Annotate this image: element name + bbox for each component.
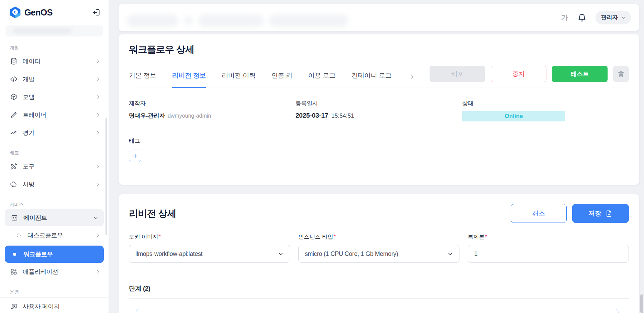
- creator-name: 명대우-관리자: [129, 112, 165, 120]
- tab-container-log[interactable]: 컨테이너 로그: [352, 71, 392, 88]
- step-card[interactable]: [136, 309, 619, 313]
- sidebar-section-dev: 개발: [10, 45, 109, 51]
- chevron-down-icon: [278, 251, 284, 257]
- cancel-button[interactable]: 취소: [511, 204, 567, 223]
- tab-usage-log[interactable]: 이용 로그: [308, 71, 336, 88]
- add-tag-button[interactable]: [129, 150, 141, 162]
- chevron-down-icon: [621, 15, 625, 20]
- creator-block: 제작자 명대우-관리자 dwmyoung-admin: [129, 100, 296, 121]
- chevron-right-icon: [96, 95, 100, 99]
- registered-date: 2025-03-17: [296, 112, 328, 119]
- circle-filled-icon: [10, 250, 19, 258]
- docker-image-field: 도커 이미지* llmops-workflow-api:latest: [129, 233, 290, 263]
- chevron-right-icon: [96, 164, 100, 169]
- docker-image-label: 도커 이미지: [129, 234, 158, 240]
- sidebar-item-tools[interactable]: 도구: [0, 158, 109, 175]
- circle-outline-icon: [14, 231, 23, 239]
- tab-bar: 기본 정보 리비전 정보 리비전 이력 인증 키 이용 로그 컨테이너 로그 배…: [129, 64, 629, 87]
- instance-type-select[interactable]: smicro (1 CPU Core, 1 Gb Memory): [298, 245, 459, 263]
- steps-divider: [129, 298, 629, 299]
- workflow-detail-card: 워크플로우 상세 기본 정보 리비전 정보 리비전 이력 인증 키 이용 로그 …: [119, 34, 639, 185]
- docker-image-select[interactable]: llmops-workflow-api:latest: [129, 245, 290, 263]
- sidebar-section-service: 서비스: [10, 202, 109, 208]
- save-button-label: 저장: [588, 209, 601, 218]
- page-title: 워크플로우 상세: [129, 43, 629, 56]
- tab-basic-info[interactable]: 기본 정보: [129, 71, 156, 88]
- logo-row: GenOS: [9, 6, 101, 19]
- required-marker: *: [158, 234, 160, 240]
- required-marker: *: [333, 234, 335, 240]
- revision-detail-card: 리비전 상세 취소 저장 도커 이미지* llmops-workflow-api: [119, 194, 639, 313]
- user-page-icon: [10, 302, 18, 311]
- workflow-info-grid: 제작자 명대우-관리자 dwmyoung-admin 등록일시 2025-03-…: [129, 100, 629, 121]
- sidebar-item-workflow[interactable]: 워크플로우: [5, 246, 104, 263]
- registered-block: 등록일시 2025-03-17 15:54:51: [296, 100, 462, 121]
- sidebar-item-develop[interactable]: 개발: [0, 70, 109, 88]
- required-marker: *: [485, 234, 487, 240]
- chevron-right-icon: [96, 130, 100, 135]
- revision-actions: 취소 저장: [511, 204, 629, 223]
- sidebar-item-user-page[interactable]: 사용자 페이지: [0, 298, 109, 313]
- sidebar-item-serving[interactable]: 서빙: [0, 175, 109, 193]
- revision-form: 도커 이미지* llmops-workflow-api:latest 인스턴스 …: [129, 233, 629, 263]
- tab-auth-key[interactable]: 인증 키: [271, 71, 292, 88]
- tab-revision-history[interactable]: 리비전 이력: [222, 71, 255, 88]
- trend-icon: [10, 129, 18, 137]
- sidebar-item-evaluation[interactable]: 평가: [0, 124, 109, 142]
- replicas-field: 복제본*: [468, 233, 629, 263]
- stop-button[interactable]: 중지: [491, 66, 546, 82]
- chevron-right-icon: [96, 59, 100, 64]
- revision-header: 리비전 상세 취소 저장: [129, 204, 629, 223]
- trash-icon: [617, 70, 625, 78]
- replicas-label: 복제본: [468, 234, 485, 240]
- sidebar-section-deploy: 배포: [10, 150, 109, 156]
- tabs-scroll-right-icon[interactable]: [410, 74, 415, 87]
- replicas-input[interactable]: [468, 245, 629, 263]
- sidebar-item-taskflow[interactable]: 태스크플로우: [0, 226, 109, 244]
- code-icon: [10, 75, 18, 83]
- status-label: 상태: [462, 100, 629, 107]
- sidebar-item-model[interactable]: 모델: [0, 88, 109, 106]
- chevron-right-icon: [96, 77, 100, 82]
- revision-title: 리비전 상세: [129, 207, 176, 220]
- save-document-icon: [605, 210, 613, 217]
- sidebar-scrollbar[interactable]: [106, 118, 107, 235]
- font-size-toggle[interactable]: 가: [561, 13, 568, 22]
- sidebar-item-application[interactable]: 애플리케이션: [0, 263, 109, 281]
- sidebar-collapse-icon[interactable]: [91, 8, 101, 17]
- deploy-button[interactable]: 배포: [430, 66, 485, 82]
- status-block: 상태 Online: [462, 100, 629, 121]
- delete-button[interactable]: [613, 66, 629, 82]
- chevron-right-icon: [96, 182, 100, 187]
- genos-logo-icon: [9, 6, 21, 19]
- brand-name: GenOS: [24, 8, 53, 18]
- database-icon: [10, 57, 18, 65]
- chevron-down-icon: [93, 215, 98, 220]
- serving-cloud-icon: [10, 180, 18, 188]
- save-button[interactable]: 저장: [572, 204, 629, 223]
- cube-icon: [10, 93, 18, 101]
- user-menu[interactable]: 관리자: [596, 11, 631, 24]
- workflow-actions: 배포 중지 테스트: [430, 66, 629, 82]
- app-root: GenOS 개발 데이터: [0, 0, 644, 313]
- notification-bell-icon[interactable]: [577, 13, 587, 22]
- instance-type-field: 인스턴스 타입* smicro (1 CPU Core, 1 Gb Memory…: [298, 233, 459, 263]
- docker-image-value: llmops-workflow-api:latest: [135, 250, 202, 258]
- chevron-right-icon: [96, 112, 100, 117]
- agent-icon: [10, 214, 19, 222]
- topbar-right: 가 관리자: [561, 11, 631, 24]
- registered-time: 15:54:51: [331, 112, 354, 119]
- sidebar-item-trainer[interactable]: 트레이너: [0, 106, 109, 124]
- sidebar-item-agent[interactable]: 에이전트: [5, 209, 104, 226]
- instance-type-value: smicro (1 CPU Core, 1 Gb Memory): [305, 250, 398, 258]
- sidebar-item-data[interactable]: 데이터: [0, 52, 109, 70]
- creator-label: 제작자: [129, 100, 296, 107]
- registered-label: 등록일시: [296, 100, 462, 107]
- test-button[interactable]: 테스트: [552, 66, 608, 82]
- instance-type-label: 인스턴스 타입: [298, 234, 333, 240]
- chevron-right-icon: [96, 233, 100, 238]
- tab-revision-info[interactable]: 리비전 정보: [172, 71, 206, 88]
- page-scrollbar[interactable]: [640, 294, 643, 313]
- chevron-down-icon: [447, 251, 453, 257]
- creator-id: dwmyoung-admin: [168, 113, 211, 119]
